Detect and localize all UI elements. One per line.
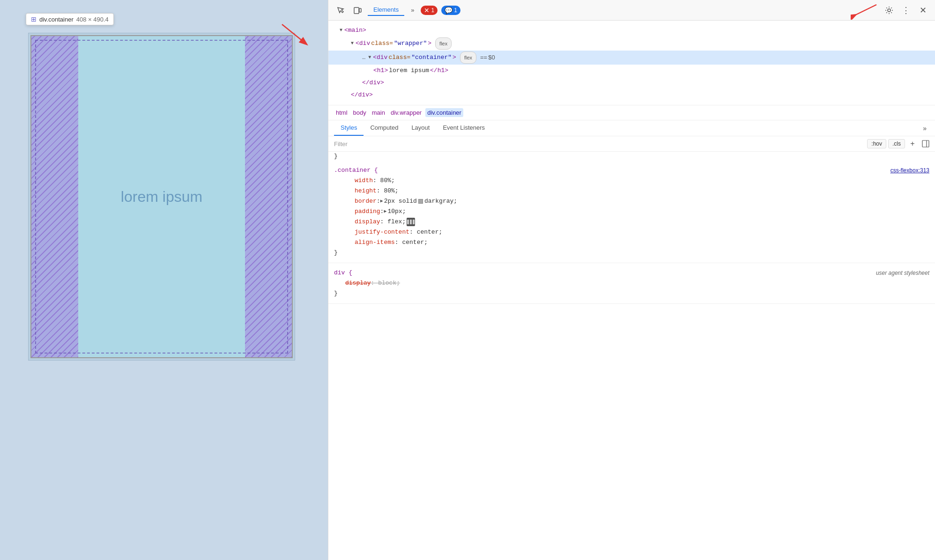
padding-triangle: ▶ (384, 206, 386, 217)
devtools-toolbar: Elements » ✕ 1 💬 1 ⋮ (328, 0, 935, 21)
cls-button[interactable]: .cls (888, 139, 905, 148)
tab-computed[interactable]: Computed (364, 120, 405, 136)
css-prop-width[interactable]: width : 80%; (334, 176, 929, 186)
css-selector-div: div { (334, 268, 352, 278)
css-prop-display-ua[interactable]: display : block; (334, 278, 929, 288)
css-selector-container: .container { (334, 165, 378, 176)
breadcrumb-html[interactable]: html (334, 108, 349, 117)
css-panel[interactable]: } .container { css-flexbox:313 width : 8… (328, 152, 935, 560)
red-arrow-2 (851, 1, 879, 20)
message-badge[interactable]: 💬 1 (441, 6, 460, 15)
breadcrumb-body[interactable]: body (351, 108, 368, 117)
dom-triangle-main: ▼ (340, 25, 342, 36)
css-prop-border[interactable]: border : ▶ 2px solid darkgray; (334, 196, 929, 206)
dom-row-h1[interactable]: <h1> lorem ipsum </h1> (328, 65, 935, 77)
css-close-brace-div: } (334, 288, 929, 299)
flex-badge-wrapper: flex (435, 37, 452, 50)
toolbar-more-tabs[interactable]: » (408, 5, 417, 15)
css-prop-height[interactable]: height : 80%; (334, 186, 929, 196)
dom-row-close-wrapper[interactable]: </div> (328, 89, 935, 101)
filter-bar: :hov .cls + (328, 136, 935, 152)
css-prop-padding[interactable]: padding : ▶ 10px; (334, 206, 929, 217)
tab-event-listeners[interactable]: Event Listeners (436, 120, 491, 136)
tooltip-element-size: 408 × 490.4 (76, 16, 109, 23)
svg-point-2 (888, 9, 890, 12)
dom-row-container[interactable]: … ▼ <div class= "container" > flex == $0 (328, 51, 935, 65)
filter-input[interactable] (332, 139, 865, 149)
svg-rect-6 (410, 220, 412, 224)
tab-layout[interactable]: Layout (405, 120, 436, 136)
svg-rect-0 (354, 7, 359, 14)
hov-button[interactable]: :hov (867, 139, 886, 148)
svg-rect-3 (922, 140, 929, 147)
toggle-sidebar-button[interactable] (920, 138, 931, 149)
css-prop-align-items[interactable]: align-items : center; (334, 237, 929, 248)
breadcrumb-main[interactable]: main (370, 108, 387, 117)
dom-row-wrapper[interactable]: ▼ <div class= "wrapper" > flex (328, 37, 935, 51)
svg-rect-7 (413, 220, 415, 224)
css-source-link[interactable]: css-flexbox:313 (890, 165, 929, 176)
close-devtools-icon[interactable]: ✕ (916, 4, 929, 17)
breadcrumb-container[interactable]: div.container (425, 108, 463, 117)
demo-container: lorem ipsum (30, 35, 293, 358)
css-rule-div: div { user agent stylesheet display : bl… (328, 263, 935, 304)
dom-triangle-container: ▼ (368, 52, 371, 63)
dom-tree: ▼ <main> ▼ <div class= "wrapper" > flex … (328, 21, 935, 105)
css-prop-justify-content[interactable]: justify-content : center; (334, 227, 929, 237)
inspect-icon[interactable] (334, 4, 347, 17)
add-style-rule-button[interactable]: + (907, 138, 918, 149)
tooltip-element-name: div.container (39, 16, 74, 23)
tab-elements[interactable]: Elements (368, 4, 404, 16)
border-triangle: ▶ (380, 196, 383, 206)
demo-container-wrapper: lorem ipsum (28, 33, 295, 361)
settings-icon[interactable] (883, 4, 896, 17)
demo-content-area: lorem ipsum (78, 36, 245, 357)
flex-layout-icon[interactable] (407, 218, 415, 226)
css-selector-line: .container { css-flexbox:313 (334, 165, 929, 176)
hatch-left (31, 36, 78, 357)
prior-rule-close: } (328, 152, 935, 161)
svg-rect-1 (359, 8, 361, 12)
error-badge[interactable]: ✕ 1 (421, 6, 438, 15)
breadcrumb-wrapper[interactable]: div.wrapper (389, 108, 423, 117)
dom-ellipsis: … (362, 52, 365, 63)
viewport-panel: ⊞ div.container 408 × 490.4 lorem ipsum (0, 0, 328, 560)
devtools-panel: Elements » ✕ 1 💬 1 ⋮ (328, 0, 935, 560)
sub-tab-more[interactable]: » (920, 121, 929, 136)
dom-row-close-container[interactable]: </div> (328, 77, 935, 89)
svg-rect-5 (407, 220, 409, 224)
more-options-icon[interactable]: ⋮ (899, 4, 913, 17)
device-icon[interactable] (351, 4, 364, 17)
darkgray-swatch[interactable] (418, 199, 423, 204)
tab-styles[interactable]: Styles (334, 120, 364, 136)
css-rule-container: .container { css-flexbox:313 width : 80%… (328, 161, 935, 263)
element-icon: ⊞ (31, 15, 37, 23)
css-prop-display[interactable]: display : flex; (334, 217, 929, 227)
element-tooltip: ⊞ div.container 408 × 490.4 (26, 13, 114, 25)
css-close-brace-container: } (334, 248, 929, 258)
flex-badge-container: flex (460, 52, 476, 64)
dom-row-main[interactable]: ▼ <main> (328, 24, 935, 37)
dom-triangle-wrapper: ▼ (351, 38, 354, 49)
css-selector-div-line: div { user agent stylesheet (334, 268, 929, 278)
lorem-ipsum-text: lorem ipsum (121, 188, 202, 206)
hatch-right (245, 36, 292, 357)
sub-tabs: Styles Computed Layout Event Listeners » (328, 120, 935, 136)
css-source-ua: user agent stylesheet (876, 268, 929, 278)
breadcrumb: html body main div.wrapper div.container (328, 105, 935, 120)
